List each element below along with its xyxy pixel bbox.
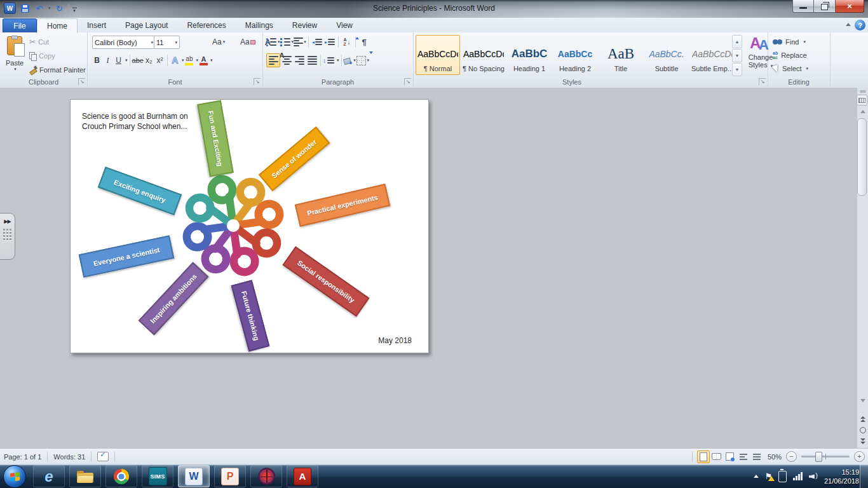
align-center-button[interactable] <box>280 54 293 67</box>
taskbar-internet-explorer[interactable]: e <box>33 465 65 487</box>
zoom-level[interactable]: 50% <box>768 453 782 461</box>
clear-formatting-button[interactable]: Aa <box>240 36 255 48</box>
taskbar-microsoft-word[interactable]: W <box>178 465 210 487</box>
close-button[interactable]: × <box>836 0 864 13</box>
zoom-slider[interactable] <box>801 456 850 458</box>
taskbar-sims[interactable]: SIMS <box>142 465 173 487</box>
banner-exciting-enquiry[interactable]: Exciting enquiry <box>98 166 182 215</box>
underline-button[interactable]: U <box>113 54 124 67</box>
scroll-up-button[interactable] <box>858 107 867 116</box>
italic-button[interactable]: I <box>102 54 113 67</box>
restore-button[interactable] <box>814 0 836 13</box>
start-button[interactable] <box>3 465 26 488</box>
document-page[interactable]: Science is good at Burnham on Crouch Pri… <box>70 99 429 353</box>
banner-practical-experiments[interactable]: Practical experiments <box>295 184 390 227</box>
align-right-button[interactable] <box>293 54 306 67</box>
clock[interactable]: 15:19 21/06/2018 <box>824 468 859 485</box>
taskbar-adobe-reader[interactable]: A <box>287 465 318 487</box>
spellcheck-status-icon[interactable] <box>97 452 109 461</box>
decrease-indent-button[interactable]: ◂ <box>311 36 323 48</box>
zoom-slider-thumb[interactable] <box>815 452 822 462</box>
replace-button[interactable]: abac Replace <box>773 50 807 61</box>
volume-icon[interactable] <box>809 473 818 480</box>
highlight-button[interactable]: ab <box>184 54 194 67</box>
next-page-button[interactable] <box>858 437 867 445</box>
zoom-in-button[interactable]: + <box>854 451 865 462</box>
outline-view-button[interactable] <box>737 451 750 463</box>
tab-references[interactable]: References <box>177 18 235 32</box>
font-color-dropdown-icon[interactable]: ▾ <box>210 58 213 63</box>
battery-icon[interactable] <box>778 471 787 482</box>
draft-view-button[interactable] <box>750 451 763 463</box>
tab-insert[interactable]: Insert <box>78 18 116 32</box>
qat-customize-button[interactable]: ▾ <box>72 6 77 11</box>
font-color-button[interactable]: A <box>198 54 209 67</box>
style-heading-2[interactable]: AaBbCcHeading 2 <box>553 35 597 75</box>
banner-inspiring-ambitions[interactable]: Inspiring ambitions <box>139 262 209 335</box>
banner-social-responsibility[interactable]: Social responsibility <box>283 247 370 317</box>
select-button[interactable]: Select▾ <box>773 63 808 74</box>
repeat-button[interactable]: ↻ <box>54 3 65 14</box>
banner-everyone-a-scientist[interactable]: Everyone a scientist <box>79 235 175 278</box>
format-painter-button[interactable]: Format Painter <box>29 64 86 76</box>
style-title[interactable]: AaBTitle <box>599 35 643 75</box>
font-name-select[interactable]: Calibri (Body) ▾ <box>92 36 156 49</box>
floating-toolbar-tab[interactable]: ▶▶ <box>0 213 15 260</box>
undo-button[interactable]: ↶ <box>34 3 45 14</box>
minimize-button[interactable] <box>792 0 814 13</box>
word-app-icon[interactable]: W <box>4 3 16 14</box>
bold-button[interactable]: B <box>92 54 102 67</box>
style-subtle-emp[interactable]: AaBbCcDcSubtle Emp... <box>690 35 735 75</box>
styles-gallery-expand-button[interactable]: ▼ <box>732 63 742 76</box>
line-spacing-button[interactable]: ↕▾ <box>323 54 339 67</box>
collapse-ribbon-icon[interactable] <box>846 23 851 26</box>
underline-dropdown-icon[interactable]: ▾ <box>125 58 128 63</box>
copy-button[interactable]: Copy <box>29 50 55 62</box>
font-dialog-launcher[interactable]: ↘ <box>254 78 261 85</box>
style-normal[interactable]: AaBbCcDc¶ Normal <box>416 35 460 75</box>
justify-button[interactable] <box>306 54 318 67</box>
show-hidden-icons-icon[interactable] <box>754 475 759 478</box>
shading-button[interactable]: ▾ <box>344 54 356 67</box>
taskbar-microsoft-powerpoint[interactable]: P <box>214 465 246 487</box>
text-effects-button[interactable]: A <box>170 54 180 67</box>
banner-fun-and-exciting[interactable]: Fun and Exciting <box>197 100 234 177</box>
web-layout-view-button[interactable] <box>724 451 736 463</box>
print-layout-view-button[interactable] <box>697 451 710 463</box>
subscript-button[interactable]: x₂ <box>144 54 154 67</box>
show-paragraph-marks-button[interactable]: ¶ <box>358 36 370 48</box>
vertical-scrollbar[interactable] <box>857 88 868 448</box>
find-button[interactable]: Find▾ <box>773 36 806 48</box>
zoom-out-button[interactable]: − <box>786 451 797 462</box>
multilevel-list-button[interactable]: ▾ <box>294 36 306 48</box>
save-button[interactable] <box>19 3 31 14</box>
style-subtitle[interactable]: AaBbCc.Subtitle <box>644 35 689 75</box>
change-case-button[interactable]: Aa▾ <box>212 36 225 48</box>
select-browse-object-button[interactable] <box>858 426 867 435</box>
taskbar-windows-explorer[interactable] <box>69 465 101 487</box>
align-left-button[interactable] <box>266 53 280 67</box>
ruler-toggle-button[interactable] <box>857 95 867 105</box>
tab-view[interactable]: View <box>327 18 362 32</box>
undo-dropdown-icon[interactable]: ▾ <box>48 6 51 11</box>
network-signal-icon[interactable] <box>793 472 803 480</box>
help-icon[interactable]: ? <box>855 20 865 30</box>
taskbar-google-chrome[interactable] <box>105 465 137 487</box>
bullets-button[interactable]: ▾ <box>266 36 280 48</box>
style-heading-1[interactable]: AaBbCHeading 1 <box>507 35 552 75</box>
word-count[interactable]: Words: 31 <box>53 453 85 461</box>
styles-scroll-down-button[interactable]: ▼ <box>732 49 742 62</box>
numbering-button[interactable]: ▾ <box>280 36 294 48</box>
strikethrough-button[interactable]: abe <box>132 54 144 67</box>
banner-future-thinking[interactable]: Future thinking <box>231 280 270 351</box>
clipboard-dialog-launcher[interactable]: ↘ <box>78 78 85 85</box>
previous-page-button[interactable] <box>858 414 867 423</box>
banner-sense-of-wonder[interactable]: Sense of wonder <box>259 126 330 191</box>
scroll-down-button[interactable] <box>858 396 867 405</box>
superscript-button[interactable]: x² <box>154 54 165 67</box>
tab-file[interactable]: File <box>3 18 37 33</box>
fullscreen-reading-view-button[interactable] <box>710 451 723 463</box>
styles-dialog-launcher[interactable]: ↘ <box>759 78 766 85</box>
tab-home[interactable]: Home <box>37 18 78 33</box>
taskbar-classroom-tool[interactable] <box>250 465 282 487</box>
